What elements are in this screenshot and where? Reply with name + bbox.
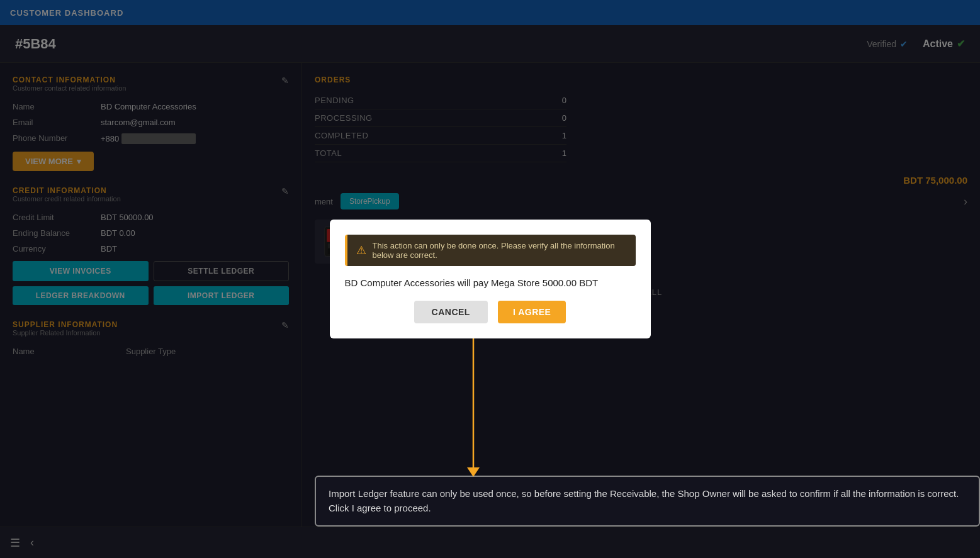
cancel-button[interactable]: CANCEL bbox=[414, 301, 488, 323]
dialog-actions: CANCEL I AGREE bbox=[345, 301, 636, 323]
confirm-dialog: ⚠ This action can only be done once. Ple… bbox=[330, 220, 651, 338]
modal-overlay[interactable]: ⚠ This action can only be done once. Ple… bbox=[0, 0, 980, 558]
agree-button[interactable]: I AGREE bbox=[498, 301, 566, 323]
tooltip-text: Import Ledger feature can only be used o… bbox=[329, 488, 959, 513]
dialog-body-text: BD Computer Accessories will pay Mega St… bbox=[345, 277, 636, 288]
dialog-warning: ⚠ This action can only be done once. Ple… bbox=[345, 235, 636, 266]
warning-icon: ⚠ bbox=[356, 243, 366, 257]
dialog-warning-text: This action can only be done once. Pleas… bbox=[373, 241, 627, 260]
tooltip-box: Import Ledger feature can only be used o… bbox=[315, 476, 980, 527]
